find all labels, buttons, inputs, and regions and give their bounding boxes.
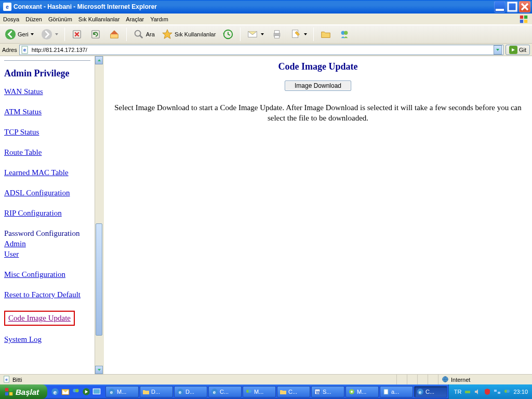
- content-area: Admin Privilege WAN Status ATM Status TC…: [0, 56, 532, 374]
- task-label: D...: [151, 389, 160, 395]
- svg-text:e: e: [54, 389, 57, 395]
- sidebar: Admin Privilege WAN Status ATM Status TC…: [0, 56, 95, 374]
- menu-help[interactable]: Yardım: [150, 16, 168, 22]
- menu-favorites[interactable]: Sık Kullanılanlar: [78, 16, 120, 22]
- scrollbar-down-button[interactable]: [95, 366, 103, 374]
- go-button[interactable]: Git: [506, 45, 530, 55]
- forward-button[interactable]: [38, 27, 61, 42]
- svg-text:e: e: [110, 390, 113, 395]
- nav-password-group-label: Password Configuration: [4, 229, 90, 238]
- tray-msn-icon[interactable]: [503, 388, 511, 395]
- svg-rect-51: [494, 390, 497, 392]
- taskbar-task[interactable]: M...: [243, 386, 276, 397]
- msn-quick-icon[interactable]: [71, 387, 81, 396]
- nav-password-admin[interactable]: Admin: [4, 240, 26, 248]
- ie-quick-icon[interactable]: e: [50, 387, 60, 396]
- taskbar-task[interactable]: WS...: [311, 386, 344, 397]
- tray-volume-icon[interactable]: [474, 388, 481, 395]
- media-quick-icon[interactable]: [82, 387, 91, 396]
- nav-adsl-configuration[interactable]: ADSL Configuration: [4, 189, 70, 197]
- taskbar-task[interactable]: eC...: [414, 386, 447, 397]
- start-button[interactable]: Başlat: [0, 384, 47, 399]
- nav-misc-configuration[interactable]: Misc Configuration: [4, 270, 65, 279]
- menu-tools[interactable]: Araçlar: [126, 16, 144, 22]
- svg-rect-15: [275, 36, 280, 38]
- taskbar-task[interactable]: eD...: [174, 386, 207, 397]
- window-maximize-button[interactable]: [507, 1, 518, 12]
- page-description: Select Image Download to start a Code Im…: [107, 102, 529, 124]
- nav-password-user[interactable]: User: [4, 250, 19, 259]
- tray-network-icon[interactable]: [494, 388, 501, 395]
- windows-logo-icon: [4, 387, 14, 396]
- window-close-button[interactable]: [519, 1, 530, 12]
- taskbar-task[interactable]: eC...: [208, 386, 242, 397]
- desktop-quick-icon[interactable]: [92, 387, 101, 396]
- tray-shield-icon[interactable]: [484, 388, 491, 395]
- window-minimize-button[interactable]: [494, 1, 506, 12]
- history-button[interactable]: [220, 27, 236, 42]
- chevron-down-icon: [30, 32, 34, 36]
- nav-learned-mac-table[interactable]: Learned MAC Table: [4, 168, 69, 177]
- refresh-button[interactable]: [87, 27, 104, 42]
- taskbar: Başlat e eM...D...eD...eC...M...C...WS..…: [0, 384, 532, 399]
- svg-point-7: [42, 29, 52, 39]
- chevron-down-icon: [260, 32, 264, 36]
- stop-button[interactable]: [69, 27, 85, 42]
- favorites-button[interactable]: Sık Kullanılanlar: [159, 27, 218, 42]
- back-icon: [4, 28, 17, 41]
- taskbar-task[interactable]: D...: [140, 386, 173, 397]
- edit-button[interactable]: [287, 27, 310, 42]
- status-text: Bitti: [12, 377, 22, 383]
- folder-icon: [320, 28, 332, 41]
- svg-rect-24: [5, 388, 8, 391]
- svg-rect-1: [508, 3, 516, 11]
- address-input[interactable]: [31, 46, 493, 54]
- svg-point-42: [248, 390, 251, 393]
- nav-reset-factory-default[interactable]: Reset to Factory Default: [4, 290, 81, 299]
- nav-rip-configuration[interactable]: RIP Configuration: [4, 209, 62, 218]
- task-icon: [382, 388, 390, 395]
- taskbar-task[interactable]: C...: [277, 386, 310, 397]
- home-button[interactable]: [106, 27, 123, 42]
- task-icon: [348, 388, 355, 395]
- nav-wan-status[interactable]: WAN Status: [4, 87, 43, 96]
- image-download-button[interactable]: Image Download: [285, 81, 351, 91]
- nav-system-log[interactable]: System Log: [4, 335, 42, 344]
- scrollbar-up-button[interactable]: [95, 56, 103, 64]
- messenger-button[interactable]: [336, 27, 353, 42]
- menu-file[interactable]: Dosya: [3, 16, 19, 22]
- tray-clock[interactable]: 23:10: [513, 389, 528, 395]
- taskbar-task[interactable]: a...: [380, 386, 413, 397]
- tray-safely-remove-icon[interactable]: [464, 388, 471, 395]
- outlook-quick-icon[interactable]: [61, 387, 70, 396]
- task-label: M...: [357, 389, 366, 395]
- taskbar-tasks: eM...D...eD...eC...M...C...WS...M...a...…: [104, 384, 448, 399]
- mail-button[interactable]: [244, 27, 267, 42]
- nav-code-image-update[interactable]: Code Image Update: [8, 314, 71, 323]
- svg-rect-52: [498, 392, 500, 394]
- address-combo[interactable]: e: [19, 45, 503, 55]
- tray-lang[interactable]: TR: [454, 389, 462, 395]
- nav-atm-status[interactable]: ATM Status: [4, 108, 42, 116]
- back-button[interactable]: Geri: [2, 27, 36, 42]
- scrollbar-thumb[interactable]: [96, 223, 102, 336]
- svg-rect-3: [524, 16, 527, 19]
- sidebar-heading: Admin Privilege: [4, 68, 90, 79]
- svg-rect-2: [520, 16, 523, 19]
- menu-edit[interactable]: Düzen: [25, 16, 42, 22]
- svg-rect-27: [9, 392, 12, 395]
- taskbar-task[interactable]: M...: [345, 386, 379, 397]
- task-icon: [280, 388, 287, 395]
- task-icon: [142, 388, 150, 395]
- nav-route-table[interactable]: Route Table: [4, 148, 42, 157]
- task-label: a...: [391, 389, 399, 395]
- address-dropdown-button[interactable]: [494, 45, 502, 55]
- discuss-button[interactable]: [317, 27, 334, 42]
- svg-text:e: e: [419, 390, 421, 395]
- search-button[interactable]: Ara: [130, 27, 157, 42]
- menu-view[interactable]: Görünüm: [48, 16, 72, 22]
- print-button[interactable]: [269, 27, 285, 42]
- sidebar-scrollbar[interactable]: [95, 56, 103, 374]
- taskbar-task[interactable]: eM...: [105, 386, 139, 397]
- nav-tcp-status[interactable]: TCP Status: [4, 128, 39, 137]
